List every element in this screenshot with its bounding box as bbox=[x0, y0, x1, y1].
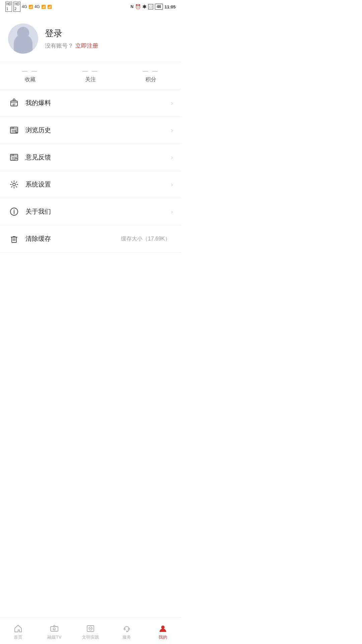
stats-row: — — 收藏 — — 关注 — — 积分 bbox=[0, 62, 181, 90]
signal2-icon: 4G bbox=[35, 4, 40, 9]
browse-history-arrow: › bbox=[171, 127, 173, 134]
wifi-icon: 📶 bbox=[47, 5, 52, 9]
cache-size-label: 缓存大小（17.69K） bbox=[121, 235, 170, 243]
avatar-body bbox=[14, 34, 33, 54]
no-account-label: 没有账号？ bbox=[45, 42, 73, 50]
svg-point-5 bbox=[13, 127, 14, 128]
time-display: 11:05 bbox=[165, 4, 176, 9]
hd2-badge: HD2 bbox=[13, 2, 20, 12]
my-tips-arrow: › bbox=[171, 100, 173, 107]
about-arrow: › bbox=[171, 208, 173, 215]
points-value: — — bbox=[143, 68, 159, 74]
menu-item-settings[interactable]: 系统设置 › bbox=[0, 171, 181, 198]
about-label: 关于我们 bbox=[25, 207, 168, 216]
signal1-icon: 4G bbox=[22, 4, 27, 9]
register-row: 没有账号？ 立即注册 bbox=[45, 42, 98, 50]
browse-history-label: 浏览历史 bbox=[25, 126, 168, 135]
hd-badge: HD1 bbox=[5, 2, 12, 12]
svg-point-4 bbox=[12, 127, 12, 128]
favorites-label: 收藏 bbox=[25, 76, 36, 83]
svg-rect-0 bbox=[11, 101, 17, 106]
profile-section: 登录 没有账号？ 立即注册 bbox=[0, 13, 181, 62]
nfc-icon: N bbox=[130, 4, 133, 9]
profile-info: 登录 没有账号？ 立即注册 bbox=[45, 28, 98, 50]
settings-arrow: › bbox=[171, 181, 173, 188]
my-tips-label: 我的爆料 bbox=[25, 99, 168, 107]
clear-cache-label: 清除缓存 bbox=[25, 234, 121, 243]
menu-item-feedback[interactable]: 意见反馈 › bbox=[0, 144, 181, 171]
status-bar: HD1 HD2 4G 📶 4G 📶 📶 N ⏰ ✱ □ 46 11:05 bbox=[0, 0, 181, 13]
stat-points[interactable]: — — 积分 bbox=[121, 68, 181, 83]
tips-icon bbox=[8, 97, 20, 109]
points-label: 积分 bbox=[145, 76, 156, 83]
login-button[interactable]: 登录 bbox=[45, 28, 98, 39]
favorites-value: — — bbox=[22, 68, 38, 74]
register-link[interactable]: 立即注册 bbox=[75, 42, 98, 50]
svg-point-1 bbox=[13, 99, 15, 101]
svg-point-9 bbox=[13, 155, 14, 155]
following-label: 关注 bbox=[85, 76, 96, 83]
menu-item-my-tips[interactable]: 我的爆料 › bbox=[0, 90, 181, 117]
avatar[interactable] bbox=[8, 23, 38, 54]
signal-bars2: 📶 bbox=[41, 5, 46, 9]
signal-bars1: 📶 bbox=[28, 5, 33, 9]
sim-icon: □ bbox=[148, 4, 153, 9]
battery-icon: 46 bbox=[155, 4, 163, 10]
history-icon bbox=[8, 124, 20, 136]
following-value: — — bbox=[82, 68, 99, 74]
menu-item-browse-history[interactable]: 浏览历史 › bbox=[0, 117, 181, 144]
stat-favorites[interactable]: — — 收藏 bbox=[0, 68, 60, 83]
menu-item-clear-cache[interactable]: 清除缓存 缓存大小（17.69K） bbox=[0, 225, 181, 253]
alarm-icon: ⏰ bbox=[135, 4, 141, 9]
about-icon bbox=[8, 206, 20, 218]
svg-point-11 bbox=[13, 183, 15, 186]
settings-icon bbox=[8, 178, 20, 191]
bluetooth-icon: ✱ bbox=[142, 4, 146, 9]
status-right: N ⏰ ✱ □ 46 11:05 bbox=[130, 4, 176, 10]
feedback-icon bbox=[8, 151, 20, 163]
svg-point-13 bbox=[14, 210, 15, 211]
stat-following[interactable]: — — 关注 bbox=[60, 68, 121, 83]
feedback-arrow: › bbox=[171, 154, 173, 161]
menu-list: 我的爆料 › 浏览历史 › bbox=[0, 90, 181, 253]
svg-point-8 bbox=[12, 155, 12, 155]
settings-label: 系统设置 bbox=[25, 180, 168, 189]
status-left: HD1 HD2 4G 📶 4G 📶 📶 bbox=[5, 2, 52, 12]
menu-item-about[interactable]: 关于我们 › bbox=[0, 198, 181, 225]
trash-icon bbox=[8, 233, 20, 245]
feedback-label: 意见反馈 bbox=[25, 153, 168, 162]
